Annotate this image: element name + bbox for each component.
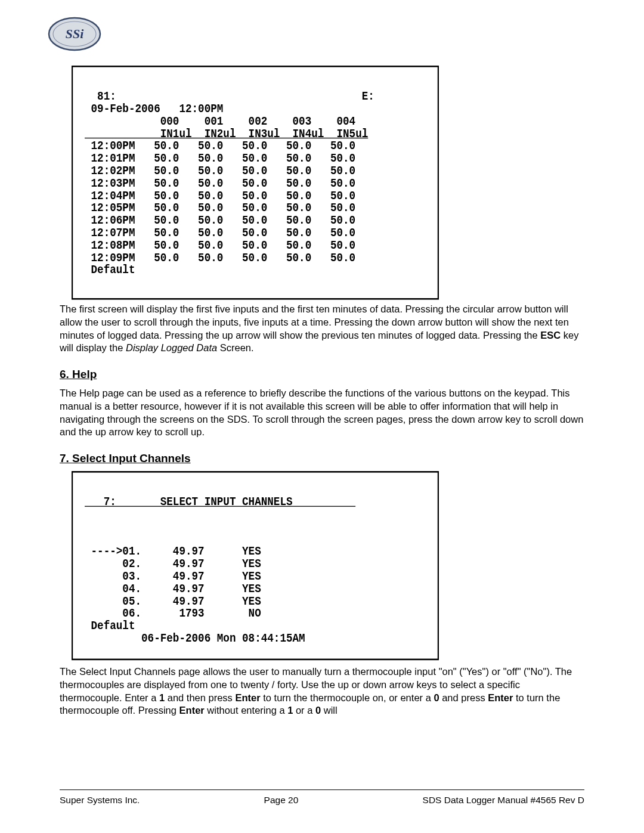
footer-left: Super Systems Inc. — [60, 795, 140, 806]
terminal-screen-81: 81: E: 09-Feb-2006 12:00PM 000 001 002 0… — [72, 66, 439, 300]
terminal-screen-7: 7: SELECT INPUT CHANNELS ---->01. 49.97 … — [72, 471, 439, 660]
heading-7-select-input-channels: 7. Select Input Channels — [60, 452, 584, 465]
paragraph-help-desc: The Help page can be used as a reference… — [60, 387, 584, 439]
ssi-logo-icon: SSi — [48, 17, 101, 51]
paragraph-screen81-desc: The first screen will display the first … — [60, 303, 584, 355]
term81-line: Default — [85, 264, 135, 277]
page-footer: Super Systems Inc. Page 20 SDS Data Logg… — [60, 789, 584, 806]
term7-line-underlined: 7: SELECT INPUT CHANNELS — [85, 495, 355, 509]
heading-6-help: 6. Help — [60, 368, 584, 381]
svg-text:SSi: SSi — [66, 26, 84, 41]
footer-center: Page 20 — [264, 795, 299, 806]
term7-line: 06-Feb-2006 Mon 08:44:15AM — [85, 631, 305, 645]
footer-right: SDS Data Logger Manual #4565 Rev D — [423, 795, 584, 806]
paragraph-select-input-desc: The Select Input Channels page allows th… — [60, 665, 584, 717]
